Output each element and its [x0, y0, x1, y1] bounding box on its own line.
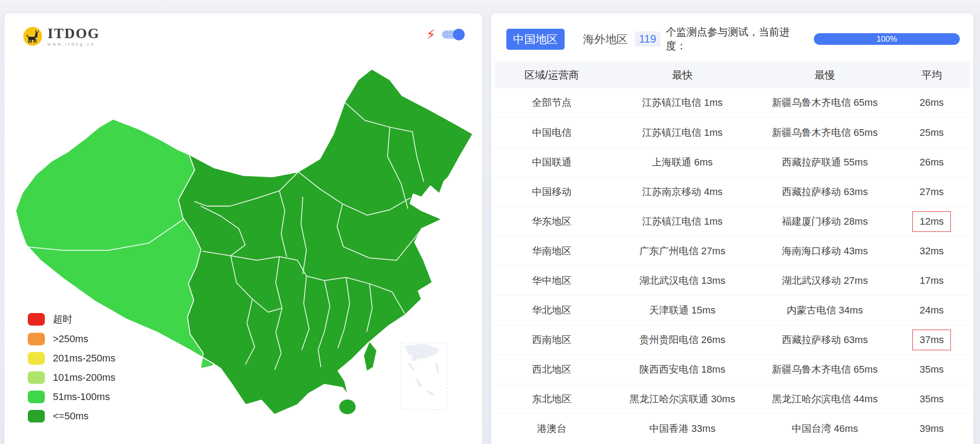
fastest-cell: 江苏南京移动 4ms [609, 177, 756, 207]
table-row: 西北地区陕西西安电信 18ms新疆乌鲁木齐电信 65ms35ms [495, 355, 970, 384]
region-tabs: 中国地区海外地区 [506, 29, 635, 50]
region-cell: 中国电信 [495, 118, 609, 148]
map-controls: ⚡ [426, 28, 463, 41]
tab-海外地区[interactable]: 海外地区 [576, 29, 635, 50]
table-row: 华中地区湖北武汉电信 13ms湖北武汉移动 27ms17ms [495, 266, 970, 296]
avg-highlight-box: 12ms [912, 211, 951, 232]
region-cell: 华中地区 [495, 266, 609, 296]
progress-fill: 100% [814, 33, 960, 45]
fastest-cell: 天津联通 15ms [609, 296, 756, 325]
legend-swatch [28, 391, 45, 403]
logo-subtitle: www.itdog.cn [47, 42, 100, 47]
legend-item: >250ms [28, 333, 115, 345]
progress-group: 119 个监测点参与测试，当前进度： 100% [635, 25, 960, 53]
table-row: 中国电信江苏镇江电信 1ms新疆乌鲁木齐电信 65ms25ms [495, 118, 970, 148]
avg-cell: 25ms [894, 118, 970, 148]
region-cell: 港澳台 [495, 414, 609, 444]
slowest-cell: 湖北武汉移动 27ms [756, 266, 894, 296]
toggle-knob [453, 29, 465, 40]
speed-toggle[interactable] [442, 30, 463, 39]
map-legend: 超时>250ms201ms-250ms101ms-200ms51ms-100ms… [28, 313, 115, 422]
results-card: 中国地区海外地区 119 个监测点参与测试，当前进度： 100% 区域/运营商最… [491, 13, 973, 444]
avg-cell: 32ms [894, 236, 970, 266]
legend-swatch [28, 313, 45, 326]
map-card: ITDOG www.itdog.cn ⚡ 超时>250ms2 [4, 13, 482, 444]
legend-label: 201ms-250ms [53, 353, 115, 364]
slowest-cell: 西藏拉萨移动 63ms [756, 325, 894, 355]
legend-item: <=50ms [28, 410, 115, 422]
fastest-cell: 上海联通 6ms [609, 148, 756, 177]
slowest-cell: 西藏拉萨联通 55ms [756, 148, 894, 177]
table-row: 西南地区贵州贵阳电信 26ms西藏拉萨移动 63ms37ms [495, 325, 970, 355]
slowest-cell: 黑龙江哈尔滨电信 44ms [756, 384, 894, 414]
logo-title: ITDOG [47, 26, 100, 40]
fastest-cell: 江苏镇江电信 1ms [609, 207, 756, 236]
column-header: 区域/运营商 [495, 62, 609, 88]
avg-cell: 26ms [894, 88, 970, 118]
legend-label: 超时 [53, 313, 73, 326]
slowest-cell: 内蒙古电信 34ms [756, 296, 894, 325]
fastest-cell: 江苏镇江电信 1ms [609, 88, 756, 118]
slowest-cell: 中国台湾 46ms [756, 414, 894, 444]
slowest-cell: 海南海口移动 43ms [756, 236, 894, 266]
legend-swatch [28, 371, 45, 384]
region-cell: 全部节点 [495, 88, 609, 118]
avg-highlight-box: 37ms [912, 330, 951, 350]
column-header: 最快 [609, 62, 756, 88]
fastest-cell: 广东广州电信 27ms [609, 236, 756, 266]
table-row: 东北地区黑龙江哈尔滨联通 30ms黑龙江哈尔滨电信 44ms35ms [495, 384, 970, 414]
avg-cell: 26ms [894, 148, 970, 177]
region-cell: 华东地区 [495, 207, 609, 236]
results-table: 区域/运营商最快最慢平均 全部节点江苏镇江电信 1ms新疆乌鲁木齐电信 65ms… [495, 62, 970, 444]
avg-cell: 17ms [894, 266, 970, 296]
avg-cell: 12ms [894, 207, 970, 236]
region-cell: 西北地区 [495, 355, 609, 384]
column-header: 平均 [894, 62, 970, 88]
progress-bar: 100% [814, 33, 960, 45]
slowest-cell: 新疆乌鲁木齐电信 65ms [756, 88, 894, 118]
legend-item: 101ms-200ms [28, 371, 115, 384]
table-row: 全部节点江苏镇江电信 1ms新疆乌鲁木齐电信 65ms26ms [495, 88, 970, 118]
legend-label: <=50ms [53, 410, 89, 422]
legend-label: 51ms-100ms [53, 391, 110, 403]
map-hainan [339, 399, 356, 414]
fastest-cell: 陕西西安电信 18ms [609, 355, 756, 384]
south-china-sea-inset [401, 343, 447, 409]
fastest-cell: 湖北武汉电信 13ms [609, 266, 756, 296]
table-row: 华南地区广东广州电信 27ms海南海口移动 43ms32ms [495, 236, 970, 266]
fastest-cell: 贵州贵阳电信 26ms [609, 325, 756, 355]
slowest-cell: 新疆乌鲁木齐电信 65ms [756, 118, 894, 148]
region-cell: 西南地区 [495, 325, 609, 355]
region-cell: 中国移动 [495, 177, 609, 207]
slowest-cell: 新疆乌鲁木齐电信 65ms [756, 355, 894, 384]
avg-cell: 37ms [894, 325, 970, 355]
region-cell: 东北地区 [495, 384, 609, 414]
table-row: 华东地区江苏镇江电信 1ms福建厦门移动 28ms12ms [495, 207, 970, 236]
legend-label: 101ms-200ms [53, 372, 115, 383]
fastest-cell: 黑龙江哈尔滨联通 30ms [609, 384, 756, 414]
itdog-logo-icon [22, 26, 43, 47]
fastest-cell: 中国香港 33ms [609, 414, 756, 444]
avg-cell: 35ms [894, 384, 970, 414]
slowest-cell: 西藏拉萨移动 63ms [756, 177, 894, 207]
legend-item: 201ms-250ms [28, 352, 115, 365]
fastest-cell: 江苏镇江电信 1ms [609, 118, 756, 148]
table-row: 中国联通上海联通 6ms西藏拉萨联通 55ms26ms [495, 148, 970, 177]
avg-cell: 27ms [894, 177, 970, 207]
column-header: 最慢 [756, 62, 894, 88]
table-row: 港澳台中国香港 33ms中国台湾 46ms39ms [495, 414, 970, 444]
monitor-label: 个监测点参与测试，当前进度： [666, 25, 808, 53]
legend-label: >250ms [53, 333, 88, 345]
legend-item: 51ms-100ms [28, 391, 115, 403]
results-header: 中国地区海外地区 119 个监测点参与测试，当前进度： 100% [491, 13, 973, 62]
legend-swatch [28, 410, 45, 422]
tab-中国地区[interactable]: 中国地区 [506, 29, 565, 50]
avg-cell: 24ms [894, 296, 970, 325]
avg-cell: 39ms [894, 414, 970, 444]
legend-item: 超时 [28, 313, 115, 326]
region-cell: 中国联通 [495, 148, 609, 177]
region-cell: 华南地区 [495, 236, 609, 266]
logo: ITDOG www.itdog.cn [22, 26, 100, 47]
avg-cell: 35ms [894, 355, 970, 384]
legend-swatch [28, 333, 45, 345]
